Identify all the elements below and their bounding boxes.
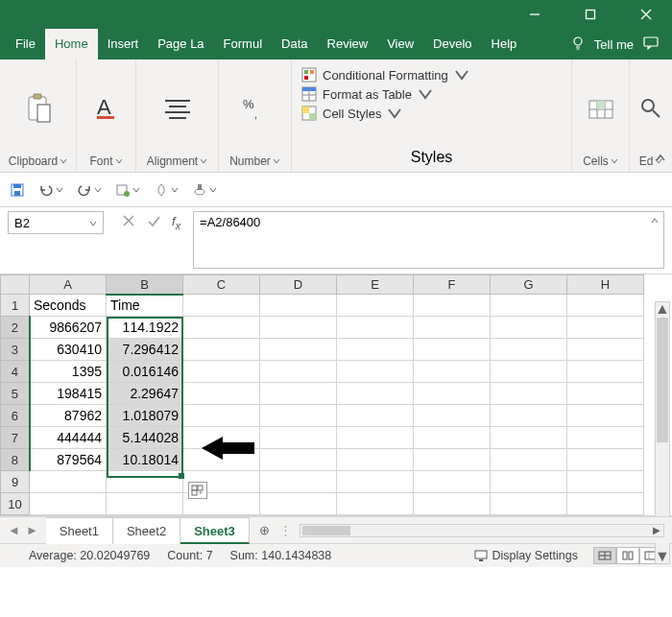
cell[interactable]: 630410 (30, 339, 107, 361)
sheet-nav[interactable]: ◄► (0, 523, 46, 537)
cell[interactable]: 2.29647 (107, 383, 183, 405)
cell[interactable] (491, 361, 567, 383)
cell[interactable] (414, 383, 491, 405)
tab-formulas[interactable]: Formul (214, 29, 272, 59)
alignment-icon[interactable] (163, 94, 192, 123)
cell[interactable] (183, 317, 260, 339)
col-header-C[interactable]: C (183, 275, 260, 295)
row-header[interactable]: 3 (1, 339, 30, 361)
row-header[interactable]: 1 (1, 295, 30, 317)
name-box[interactable]: B2 (8, 211, 104, 234)
cell[interactable] (491, 493, 567, 515)
sheet-tab[interactable]: Sheet3 (180, 517, 250, 544)
cell[interactable] (491, 295, 567, 317)
row-header[interactable]: 2 (1, 317, 30, 339)
cell[interactable] (30, 471, 107, 493)
maximize-button[interactable] (572, 0, 609, 29)
minimize-button[interactable] (516, 0, 553, 29)
tab-developer[interactable]: Develo (423, 29, 481, 59)
col-header-G[interactable]: G (491, 275, 567, 295)
tell-me[interactable]: Tell me (594, 37, 634, 52)
tab-help[interactable]: Help (482, 29, 527, 59)
cell[interactable] (30, 493, 107, 515)
cell[interactable] (491, 383, 567, 405)
sheet-tab[interactable]: Sheet2 (113, 517, 180, 544)
cell-styles[interactable]: Cell Styles (301, 104, 562, 123)
cell[interactable] (183, 361, 260, 383)
close-button[interactable] (628, 0, 664, 29)
cell[interactable] (183, 405, 260, 427)
cell[interactable] (337, 493, 414, 515)
scroll-right-icon[interactable]: ► (650, 525, 663, 536)
cell[interactable] (567, 493, 644, 515)
cell[interactable] (260, 449, 337, 471)
cell[interactable] (260, 471, 337, 493)
cell[interactable] (414, 317, 491, 339)
cell[interactable]: 9866207 (30, 317, 107, 339)
display-settings[interactable]: Display Settings (474, 549, 578, 562)
col-header-F[interactable]: F (414, 275, 491, 295)
add-sheet-button[interactable]: ⊕ (250, 523, 279, 537)
expand-formula-icon[interactable] (650, 214, 660, 228)
cell[interactable] (337, 295, 414, 317)
redo-button[interactable] (77, 182, 102, 198)
cell[interactable] (107, 493, 183, 515)
editing-icon[interactable] (636, 94, 665, 123)
col-header-D[interactable]: D (260, 275, 337, 295)
font-icon[interactable]: A (92, 94, 121, 123)
tab-pagelayout[interactable]: Page La (148, 29, 213, 59)
cell[interactable] (260, 427, 337, 449)
row-header[interactable]: 10 (1, 493, 30, 515)
chevron-down-icon[interactable] (89, 216, 97, 230)
autofill-options-icon[interactable]: + (188, 482, 207, 499)
row-header[interactable]: 8 (1, 449, 30, 471)
cell[interactable]: Seconds (30, 295, 107, 317)
scroll-down-icon[interactable]: ▼ (656, 550, 669, 563)
cell[interactable]: 1395 (30, 361, 107, 383)
cell[interactable] (260, 493, 337, 515)
horizontal-scrollbar[interactable]: ◄ ► (300, 524, 664, 537)
cell[interactable] (337, 339, 414, 361)
cell[interactable] (414, 471, 491, 493)
col-header-B[interactable]: B (107, 275, 183, 295)
enter-formula-icon[interactable] (147, 214, 160, 231)
cell[interactable]: 0.016146 (107, 361, 183, 383)
cell[interactable] (567, 427, 644, 449)
cell[interactable] (567, 449, 644, 471)
sheet-tab[interactable]: Sheet1 (46, 517, 113, 544)
col-header-E[interactable]: E (337, 275, 414, 295)
cell[interactable] (260, 405, 337, 427)
tab-view[interactable]: View (377, 29, 423, 59)
cell[interactable] (414, 295, 491, 317)
cell[interactable] (260, 339, 337, 361)
cell[interactable] (337, 317, 414, 339)
fx-icon[interactable]: fx (172, 214, 180, 231)
qat-item-1[interactable] (115, 182, 140, 198)
select-all-corner[interactable] (1, 275, 30, 295)
cell[interactable]: Time (107, 295, 183, 317)
formula-input[interactable]: =A2/86400 (193, 211, 664, 269)
tab-home[interactable]: Home (45, 29, 98, 59)
collapse-ribbon-icon[interactable] (655, 151, 666, 168)
cell[interactable] (183, 383, 260, 405)
cell[interactable] (491, 339, 567, 361)
cell[interactable]: 7.296412 (107, 339, 183, 361)
row-header[interactable]: 9 (1, 471, 30, 493)
tab-data[interactable]: Data (272, 29, 317, 59)
cell[interactable]: 1.018079 (107, 405, 183, 427)
cell[interactable] (414, 427, 491, 449)
cell[interactable] (107, 471, 183, 493)
cell[interactable] (414, 405, 491, 427)
cell[interactable] (414, 493, 491, 515)
cell[interactable] (567, 383, 644, 405)
tab-review[interactable]: Review (318, 29, 378, 59)
cell[interactable]: 879564 (30, 449, 107, 471)
cell[interactable] (414, 449, 491, 471)
cell[interactable]: 114.1922 (107, 317, 183, 339)
page-layout-view-button[interactable] (616, 547, 639, 564)
tab-file[interactable]: File (6, 29, 45, 59)
comments-icon[interactable] (643, 36, 659, 53)
col-header-A[interactable]: A (30, 275, 107, 295)
cell[interactable] (567, 317, 644, 339)
scrollbar-thumb[interactable] (302, 526, 350, 535)
